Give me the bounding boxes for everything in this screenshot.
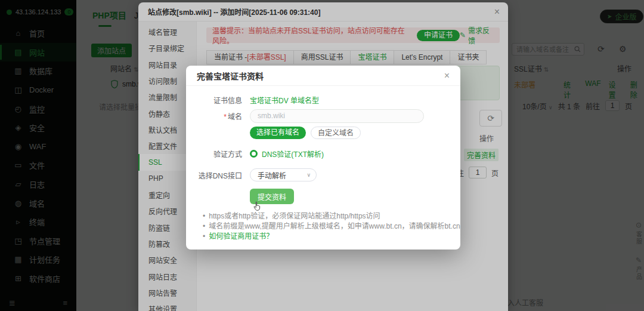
domain-row: *域名	[197, 109, 450, 123]
choose-existing-domain-button[interactable]: 选择已有域名	[250, 127, 306, 139]
note-item: •https或者http验证，必须保证网站能通过http/https访问	[203, 213, 460, 220]
verify-label: 验证方式	[197, 149, 242, 159]
verify-help-link[interactable]: •如何验证商用证书？	[203, 233, 460, 241]
bt-panel-app: 43.136.124.133 0 ⌂首页 ▤网站 ▥数据库 ◫Docker ◴监…	[0, 0, 644, 311]
dns-api-value: 手动解析	[258, 170, 286, 180]
dns-api-select[interactable]: 手动解析 ∨	[250, 168, 317, 181]
close-icon[interactable]: ×	[444, 71, 450, 81]
dns-verify-radio[interactable]	[250, 150, 258, 158]
bullet-icon: •	[203, 223, 205, 230]
cert-info-row: 证书信息 宝塔证书DV 单域名型	[197, 94, 450, 105]
cert-info-label: 证书信息	[197, 95, 242, 105]
cert-modal-header: 完善宝塔证书资料 ×	[186, 66, 460, 86]
cert-modal-title: 完善宝塔证书资料	[197, 70, 444, 82]
cert-notes: •https或者http验证，必须保证网站能通过http/https访问 •域名…	[203, 213, 460, 243]
domain-buttons-row: 选择已有域名 自定义域名	[197, 127, 450, 139]
dns-api-row: 选择DNS接口 手动解析 ∨	[197, 168, 450, 181]
cert-type-value: 宝塔证书DV 单域名型	[250, 95, 319, 105]
domain-label: 域名	[228, 113, 242, 121]
custom-domain-button[interactable]: 自定义域名	[311, 127, 361, 139]
chevron-down-icon: ∨	[306, 172, 311, 178]
required-mark: *	[224, 113, 227, 121]
domain-input[interactable]	[250, 109, 424, 123]
dns-verify-option[interactable]: DNS验证(TXT解析)	[262, 149, 324, 159]
submit-row: 提交资料	[197, 189, 450, 204]
dns-api-label: 选择DNS接口	[197, 170, 242, 180]
bullet-icon: •	[203, 233, 205, 241]
verify-method-row: 验证方式 DNS验证(TXT解析)	[197, 149, 450, 158]
bt-cert-modal: 完善宝塔证书资料 × 证书信息 宝塔证书DV 单域名型 *域名 选择已有域名 自…	[186, 66, 460, 250]
note-item: •域名前缀是www,提醒用户解析上级根域名，如申请www.bt.cn，请确保解析…	[203, 223, 460, 230]
bullet-icon: •	[203, 213, 205, 220]
